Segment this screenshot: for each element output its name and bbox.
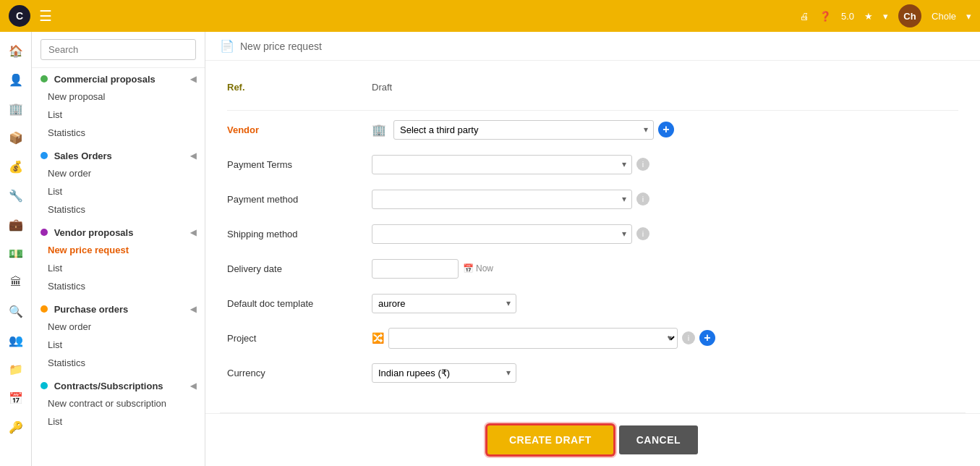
print-icon[interactable]: 🖨 — [800, 11, 809, 22]
currency-label: Currency — [227, 368, 372, 378]
form-row-shipping-method: Shipping method i — [227, 222, 958, 245]
form-footer: CREATE DRAFT CANCEL — [205, 413, 980, 466]
now-link[interactable]: 📅 Now — [463, 263, 493, 274]
hamburger-icon[interactable]: ☰ — [39, 7, 52, 25]
add-project-button[interactable]: + — [699, 330, 715, 346]
section-label-commercial: Commercial proposals — [54, 74, 155, 85]
now-text: Now — [476, 263, 493, 274]
sidebar-item-sales-list[interactable]: List — [32, 182, 205, 200]
sidebar-item-commercial-statistics[interactable]: Statistics — [32, 124, 205, 142]
ref-label: Ref. — [227, 82, 372, 93]
delivery-date-input[interactable] — [372, 259, 459, 279]
nav-user[interactable]: 👤 — [3, 67, 29, 93]
project-info-icon[interactable]: i — [682, 331, 695, 344]
sidebar-item-sales-statistics[interactable]: Statistics — [32, 200, 205, 219]
chevron-commercial-icon: ◀ — [190, 75, 196, 84]
doc-template-select-wrapper: aurore — [372, 294, 516, 313]
form-row-payment-terms: Payment Terms i — [227, 153, 958, 176]
delivery-date-wrap: 📅 Now — [372, 259, 958, 279]
add-vendor-button[interactable]: + — [658, 122, 674, 137]
nav-contacts[interactable]: 👥 — [3, 327, 29, 353]
payment-method-select-wrapper — [372, 190, 632, 209]
page-title: New price request — [240, 41, 322, 52]
nav-products[interactable]: 📦 — [3, 124, 29, 151]
sidebar-section-vendor-proposals: Vendor proposals ◀ New price request Lis… — [32, 221, 205, 295]
payment-method-info-icon[interactable]: i — [636, 192, 649, 206]
sidebar-item-new-order-sales[interactable]: New order — [32, 164, 205, 182]
sidebar-item-purchase-list[interactable]: List — [32, 336, 205, 354]
chevron-contracts-icon: ◀ — [190, 381, 196, 391]
section-label-sales: Sales Orders — [54, 151, 112, 161]
topbar: C ☰ 🖨 ❓ 5.0 ★ ▾ Ch Chole ▾ — [0, 0, 980, 32]
sidebar-item-new-proposal[interactable]: New proposal — [32, 88, 205, 106]
section-dot-sales: Sales Orders — [41, 151, 112, 161]
sidebar-section-header-commercial[interactable]: Commercial proposals ◀ — [32, 68, 205, 88]
sidebar-item-commercial-list[interactable]: List — [32, 106, 205, 124]
sidebar-item-vendor-list[interactable]: List — [32, 259, 205, 277]
avatar-initial: Ch — [903, 11, 916, 22]
nav-money[interactable]: 💰 — [3, 153, 29, 179]
project-select[interactable] — [388, 328, 678, 349]
nav-calendar[interactable]: 📅 — [3, 385, 29, 411]
vendor-select[interactable]: Select a third party — [393, 120, 654, 140]
project-label: Project — [227, 333, 372, 344]
nav-company[interactable]: 🏢 — [3, 96, 29, 122]
sidebar-section-sales-orders: Sales Orders ◀ New order List Statistics — [32, 145, 205, 219]
dot-icon — [41, 152, 48, 159]
doc-template-select[interactable]: aurore — [372, 294, 516, 313]
chevron-sales-icon: ◀ — [190, 151, 196, 161]
page-header: 📄 New price request — [205, 32, 980, 61]
payment-terms-wrap: i — [372, 155, 958, 174]
sidebar-section-header-purchase[interactable]: Purchase orders ◀ — [32, 298, 205, 318]
section-label-contracts: Contracts/Subscriptions — [54, 381, 163, 391]
search-input[interactable] — [41, 39, 196, 60]
payment-method-select[interactable] — [372, 190, 632, 209]
project-select-wrapper — [388, 328, 678, 349]
form-row-delivery-date: Delivery date 📅 Now — [227, 257, 958, 280]
nav-tools[interactable]: 🔧 — [3, 182, 29, 208]
payment-terms-info-icon[interactable]: i — [636, 158, 649, 171]
topbar-left: C ☰ — [9, 5, 52, 27]
payment-terms-select[interactable] — [372, 155, 632, 174]
currency-wrap: Indian rupees (₹) — [372, 363, 958, 383]
chevron-vendor-icon: ◀ — [190, 228, 196, 237]
chevron-down-icon[interactable]: ▾ — [883, 11, 888, 22]
create-draft-button[interactable]: CREATE DRAFT — [487, 425, 613, 454]
nav-home[interactable]: 🏠 — [3, 38, 29, 64]
divider-1 — [227, 110, 958, 111]
sidebar-item-vendor-statistics[interactable]: Statistics — [32, 277, 205, 295]
sidebar-search-container — [32, 32, 205, 68]
icon-bar: 🏠 👤 🏢 📦 💰 🔧 💼 💵 🏛 🔍 👥 📁 📅 🔑 — [0, 32, 32, 466]
shipping-method-select[interactable] — [372, 224, 632, 244]
form-row-payment-method: Payment method i — [227, 187, 958, 211]
vendor-select-wrapper: Select a third party — [393, 120, 654, 140]
project-icon: 🔀 — [372, 332, 384, 344]
sidebar-item-new-contract[interactable]: New contract or subscription — [32, 394, 205, 412]
sidebar-item-new-order-purchase[interactable]: New order — [32, 318, 205, 336]
nav-settings[interactable]: 🔑 — [3, 414, 29, 440]
sidebar-section-header-vendor[interactable]: Vendor proposals ◀ — [32, 221, 205, 241]
nav-bank[interactable]: 🏛 — [3, 269, 29, 295]
nav-finance[interactable]: 💵 — [3, 240, 29, 266]
cancel-button[interactable]: CANCEL — [619, 425, 698, 454]
doc-template-label: Default doc template — [227, 298, 372, 309]
help-icon[interactable]: ❓ — [819, 11, 831, 22]
sidebar-item-new-price-request[interactable]: New price request — [32, 241, 205, 259]
star-icon[interactable]: ★ — [864, 11, 873, 22]
avatar[interactable]: Ch — [898, 4, 921, 27]
nav-briefcase[interactable]: 💼 — [3, 211, 29, 237]
shipping-method-info-icon[interactable]: i — [636, 227, 649, 240]
sidebar-section-contracts: Contracts/Subscriptions ◀ New contract o… — [32, 375, 205, 431]
nav-search[interactable]: 🔍 — [3, 298, 29, 324]
sidebar-item-contracts-list[interactable]: List — [32, 412, 205, 431]
nav-folder[interactable]: 📁 — [3, 356, 29, 382]
sidebar-section-header-sales[interactable]: Sales Orders ◀ — [32, 145, 205, 164]
user-chevron-icon[interactable]: ▾ — [966, 11, 971, 22]
app-logo[interactable]: C — [9, 5, 30, 27]
currency-select[interactable]: Indian rupees (₹) — [372, 363, 516, 383]
section-dot-commercial: Commercial proposals — [41, 74, 155, 85]
chevron-purchase-icon: ◀ — [190, 305, 196, 314]
user-name[interactable]: Chole — [932, 11, 956, 22]
sidebar-section-header-contracts[interactable]: Contracts/Subscriptions ◀ — [32, 375, 205, 394]
sidebar-item-purchase-statistics[interactable]: Statistics — [32, 354, 205, 372]
